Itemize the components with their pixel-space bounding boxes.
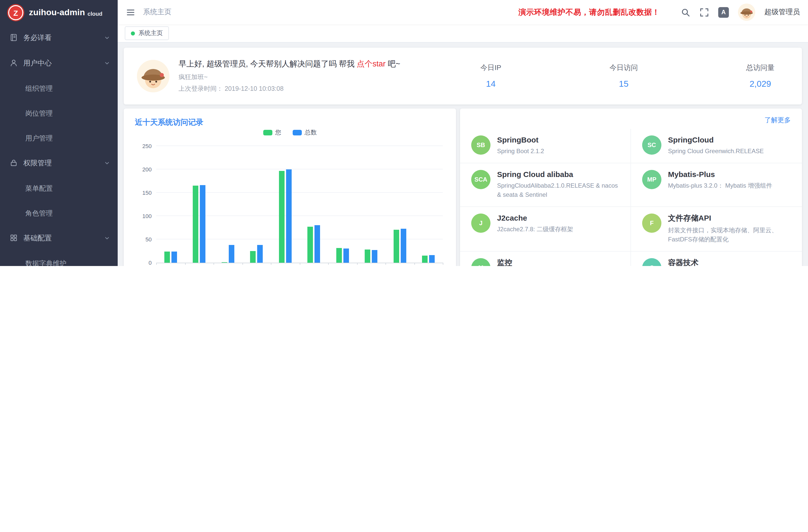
framework-name: 监控 (497, 258, 619, 266)
legend-item[interactable]: 您 (263, 128, 281, 137)
tab-home[interactable]: 系统主页 (125, 26, 169, 40)
bar (229, 245, 234, 263)
framework-item: SC SpringCloud Spring Cloud Greenwich.RE… (631, 129, 802, 163)
x-axis-tick (242, 263, 243, 265)
bar (193, 186, 199, 263)
framework-item: SCA Spring Cloud alibaba SpringCloudAlib… (460, 163, 631, 206)
stat-item: 总访问量 2,029 (746, 63, 774, 89)
visit-chart-title: 近十天系统访问记录 (135, 118, 456, 127)
bar (429, 255, 435, 263)
framework-avatar: SB (471, 135, 491, 155)
app-window: Z zuihou-admin cloud 务必详看 (0, 0, 808, 266)
bar (315, 225, 320, 263)
framework-avatar: F (642, 214, 661, 233)
fullscreen-icon[interactable] (699, 7, 709, 17)
stat-value: 2,029 (746, 79, 774, 89)
sidebar-subitem[interactable]: 数据字典维护 (0, 251, 118, 266)
sidebar-item[interactable]: 务必详看 (0, 25, 118, 51)
framework-name: Mybatis-Plus (668, 170, 772, 178)
x-axis-tick (299, 263, 300, 265)
chevron-down-icon (105, 236, 110, 241)
sidebar-subitem[interactable]: 角色管理 (0, 201, 118, 226)
framework-name: SpringCloud (668, 135, 764, 144)
search-icon[interactable] (681, 7, 690, 17)
sidebar-item-label: 务必详看 (23, 34, 99, 42)
chevron-down-icon (105, 61, 110, 66)
breadcrumb[interactable]: 系统主页 (143, 7, 171, 17)
visit-chart-plot: 0501001502002502019-12-012019-12-042019-… (156, 146, 443, 263)
bar-group (385, 146, 414, 263)
sidebar-subitem[interactable]: 组织管理 (0, 76, 118, 101)
lock-icon (10, 159, 18, 168)
sidebar-item[interactable]: 用户中心 (0, 51, 118, 76)
sidebar-item[interactable]: 基础配置 (0, 226, 118, 251)
bar-group: 2019-12-01 (156, 146, 185, 263)
framework-description: Spring Boot 2.1.2 (497, 147, 544, 156)
framework-description: SpringCloudAlibaba2.1.0.RELEASE & nacos … (497, 181, 619, 200)
sidebar-subitem[interactable]: 用户管理 (0, 126, 118, 151)
framework-avatar: SC (642, 135, 661, 155)
star-link[interactable]: 点个star (357, 59, 386, 68)
x-axis-tick (185, 263, 185, 265)
bar (372, 250, 378, 263)
grid-icon (10, 234, 18, 243)
framework-description: 封装文件接口，实现本地存储、阿里云、FastDFS存储的配置化 (668, 226, 791, 244)
framework-avatar: MP (642, 170, 661, 189)
y-axis-tick: 250 (142, 143, 156, 149)
x-axis-tick (443, 263, 443, 265)
bar-group: 2019-12-04 (242, 146, 271, 263)
x-axis-tick (328, 263, 329, 265)
y-axis-tick: 50 (146, 236, 157, 242)
tab-bar: 系统主页 (118, 24, 808, 42)
app-logo: Z zuihou-admin cloud (0, 0, 118, 25)
avatar[interactable] (738, 3, 755, 21)
sidebar-item[interactable]: 权限管理 (0, 151, 118, 176)
y-axis-tick: 0 (149, 260, 156, 266)
user-avatar (137, 60, 169, 92)
legend-label: 您 (275, 128, 281, 137)
sidebar: Z zuihou-admin cloud 务必详看 (0, 0, 118, 266)
stat-item: 今日访问 15 (609, 63, 638, 89)
framework-name: 容器技术 (668, 258, 790, 266)
y-axis-tick: 200 (142, 166, 156, 172)
x-axis-tick (271, 263, 271, 265)
bar (279, 171, 284, 263)
learn-more-link[interactable]: 了解更多 (765, 116, 791, 125)
sidebar-nav: 务必详看 用户中心 组织管理岗位管理用户管理 (0, 25, 118, 266)
framework-name: Spring Cloud alibaba (497, 170, 619, 178)
stat-value: 14 (480, 79, 501, 89)
legend-swatch (292, 130, 301, 135)
bar (171, 252, 177, 263)
user-icon (10, 59, 18, 68)
greeting-card: 早上好, 超级管理员, 今天帮别人解决问题了吗 帮我 点个star 吧~ 疯狂加… (124, 48, 802, 105)
app-title: zuihou-admin (29, 7, 85, 18)
bar (422, 256, 428, 263)
username: 超级管理员 (765, 7, 800, 17)
framework-description: Mybatis-plus 3.2.0： Mybatis 增强组件 (668, 181, 772, 190)
bar (365, 250, 370, 263)
visit-chart-card: 近十天系统访问记录 您 总数 0501001502002502019-12-01… (124, 109, 456, 266)
notice-text: 演示环境维护不易，请勿乱删乱改数据！ (518, 7, 660, 17)
bar (343, 249, 349, 263)
sidebar-subitem[interactable]: 菜单配置 (0, 176, 118, 201)
framework-item: J J2cache J2cache2.7.8: 二级缓存框架 (460, 206, 631, 251)
bar (308, 227, 313, 263)
stat-label: 总访问量 (746, 63, 774, 72)
sidebar-item-label: 权限管理 (23, 159, 99, 168)
greeting-mood: 疯狂加班~ (179, 73, 400, 82)
framework-name: SpringBoot (497, 135, 544, 144)
x-axis-tick (414, 263, 415, 265)
top-header: 系统主页 演示环境维护不易，请勿乱删乱改数据！ A 超级管理员 (118, 0, 808, 24)
legend-item[interactable]: 总数 (292, 128, 317, 137)
bar-group (271, 146, 299, 263)
font-size-icon[interactable]: A (718, 7, 729, 18)
framework-avatar: J (471, 214, 491, 233)
x-axis-tick (357, 263, 357, 265)
chevron-down-icon (105, 161, 110, 166)
framework-description: J2cache2.7.8: 二级缓存框架 (497, 225, 573, 234)
sidebar-subitem[interactable]: 岗位管理 (0, 101, 118, 126)
framework-item: F 文件存储API 封装文件接口，实现本地存储、阿里云、FastDFS存储的配置… (631, 206, 802, 251)
chevron-down-icon (105, 36, 110, 41)
bar (200, 185, 206, 263)
sidebar-toggle-icon[interactable] (126, 7, 135, 17)
